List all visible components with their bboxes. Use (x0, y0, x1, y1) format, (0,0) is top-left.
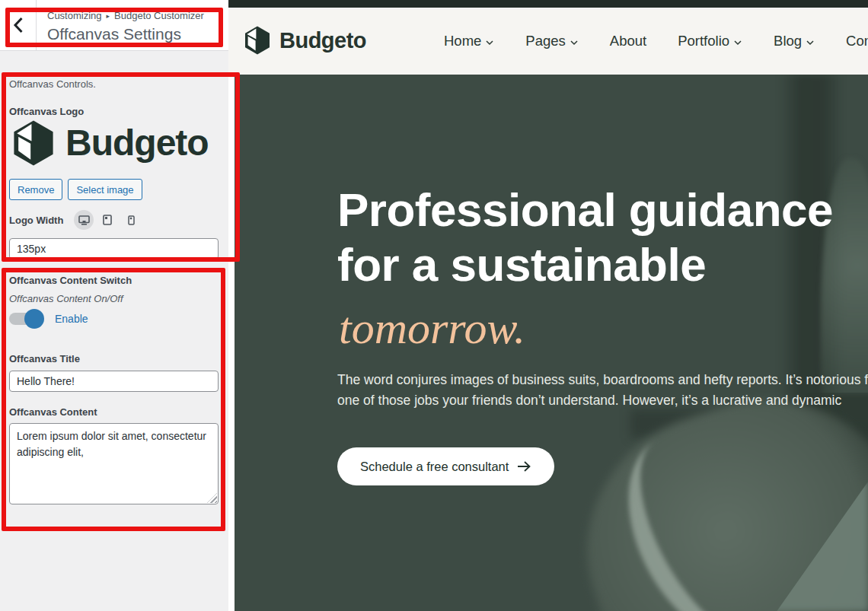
nav-item-contact[interactable]: Contact (846, 33, 868, 49)
schedule-consultant-button[interactable]: Schedule a free consultant (337, 447, 554, 485)
site-nav: Home Pages About Portfolio Blog (444, 8, 868, 75)
select-image-button[interactable]: Select image (68, 179, 142, 200)
nav-item-home[interactable]: Home (444, 33, 494, 49)
desktop-device-button[interactable] (74, 210, 94, 230)
content-switch-label: Offcanvas Content Switch (9, 275, 132, 286)
tablet-device-button[interactable] (97, 210, 117, 230)
logo-actions: Remove Select image (9, 179, 142, 200)
customizer-sidebar: Customizing ▸ Budgeto Customizer Offcanv… (0, 0, 228, 611)
breadcrumb: Customizing ▸ Budgeto Customizer (47, 10, 204, 21)
logo-width-label: Logo Width (9, 215, 63, 226)
hero-heading-line2: for a sustainable (337, 237, 833, 292)
offcanvas-content-textarea[interactable]: Lorem ipsum dolor sit amet, consectetur … (9, 423, 219, 504)
site-logo-wordmark: Budgeto (279, 30, 366, 52)
content-switch-toggle[interactable] (9, 313, 43, 325)
customizer-header: Customizing ▸ Budgeto Customizer Offcanv… (0, 0, 228, 51)
toggle-knob (24, 309, 44, 329)
content-switch-description: Offcanvas Content On/Off (9, 293, 123, 304)
budgeto-cube-icon (242, 25, 273, 56)
offcanvas-logo-label: Offcanvas Logo (9, 106, 84, 117)
cta-label: Schedule a free consultant (360, 460, 509, 474)
logo-width-row: Logo Width (9, 210, 145, 230)
breadcrumb-arrow-icon: ▸ (107, 12, 110, 20)
breadcrumb-panel: Budgeto Customizer (114, 10, 204, 21)
budgeto-cube-icon (9, 119, 58, 167)
hero-paragraph-line2: one of those jobs your friends don’t und… (337, 390, 868, 411)
chevron-left-icon (13, 17, 24, 33)
offcanvas-content-label: Offcanvas Content (9, 406, 97, 418)
nav-item-pages[interactable]: Pages (525, 33, 578, 49)
chevron-down-icon (733, 38, 742, 47)
logo-width-input[interactable] (9, 238, 219, 259)
hero-section: Professional guidance for a sustainable … (235, 75, 868, 611)
site-logo[interactable]: Budgeto (242, 25, 366, 56)
mobile-icon (128, 215, 135, 225)
hero-heading: Professional guidance for a sustainable (337, 183, 833, 292)
nav-item-about[interactable]: About (610, 33, 646, 49)
screen: Customizing ▸ Budgeto Customizer Offcanv… (0, 0, 868, 611)
offcanvas-logo-preview[interactable]: Budgeto (9, 119, 209, 167)
offcanvas-title-input[interactable] (9, 371, 219, 392)
breadcrumb-section: Customizing (47, 10, 102, 21)
hero-paragraph: The word conjures images of business sui… (337, 370, 868, 411)
content-switch-row: Enable (9, 313, 88, 325)
panel-title: Offcanvas Settings (47, 25, 204, 43)
hero-heading-accent: tomorrow. (339, 302, 525, 354)
chevron-down-icon (806, 38, 815, 47)
site-header: Budgeto Home Pages About Portfolio (228, 8, 868, 75)
offcanvas-title-label: Offcanvas Title (9, 353, 80, 364)
chevron-down-icon (570, 38, 579, 47)
customizer-header-text: Customizing ▸ Budgeto Customizer Offcanv… (47, 10, 204, 43)
hero-paragraph-line1: The word conjures images of business sui… (337, 370, 868, 390)
chevron-down-icon (485, 38, 494, 47)
toggle-state-label: Enable (55, 313, 88, 325)
back-button[interactable] (0, 0, 37, 50)
preview-topbar (228, 0, 868, 8)
logo-preview-wordmark: Budgeto (65, 125, 209, 161)
site-preview: Budgeto Home Pages About Portfolio (228, 0, 868, 611)
section-description: Offcanvas Controls. (9, 78, 96, 90)
mobile-device-button[interactable] (121, 210, 141, 230)
nav-item-portfolio[interactable]: Portfolio (678, 33, 742, 49)
desktop-icon (78, 215, 90, 225)
hero-heading-line1: Professional guidance (337, 183, 833, 237)
nav-item-blog[interactable]: Blog (774, 33, 815, 49)
tablet-icon (103, 215, 112, 225)
remove-button[interactable]: Remove (9, 179, 62, 200)
arrow-right-icon (517, 460, 531, 473)
